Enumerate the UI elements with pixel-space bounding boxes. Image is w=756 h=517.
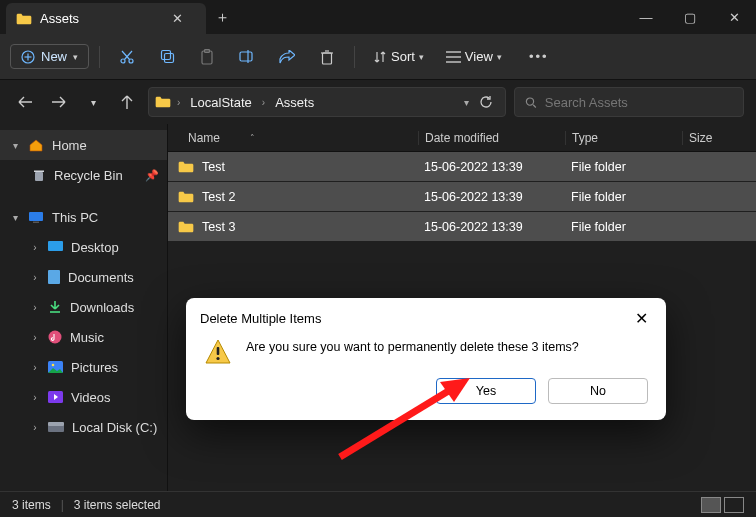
yes-button[interactable]: Yes	[436, 378, 536, 404]
rename-button[interactable]	[230, 42, 264, 72]
svg-rect-33	[48, 422, 64, 426]
search-input[interactable]	[545, 95, 733, 110]
column-date[interactable]: Date modified	[418, 131, 565, 145]
sidebar: ▾Home Recycle Bin📌 ▾This PC ›Desktop ›Do…	[0, 124, 168, 491]
close-window-button[interactable]: ✕	[712, 0, 756, 34]
file-type: File folder	[565, 220, 682, 234]
search-box[interactable]	[514, 87, 744, 117]
arrow-left-icon	[17, 95, 33, 109]
tab-title: Assets	[40, 11, 79, 26]
svg-rect-21	[35, 172, 43, 181]
folder-icon	[178, 221, 194, 233]
forward-button[interactable]	[46, 89, 72, 115]
svg-rect-32	[48, 425, 64, 432]
chevron-right-icon[interactable]: ›	[262, 97, 265, 108]
sidebar-item-documents[interactable]: ›Documents	[0, 262, 167, 292]
chevron-right-icon: ›	[30, 392, 40, 403]
chevron-right-icon: ›	[30, 302, 40, 313]
svg-rect-8	[161, 51, 170, 60]
sidebar-label: This PC	[52, 210, 98, 225]
chevron-right-icon: ›	[30, 332, 40, 343]
up-button[interactable]	[114, 89, 140, 115]
table-row[interactable]: Test 215-06-2022 13:39File folder	[168, 182, 756, 212]
svg-rect-25	[48, 241, 63, 251]
table-row[interactable]: Test15-06-2022 13:39File folder	[168, 152, 756, 182]
new-button-label: New	[41, 49, 67, 64]
svg-point-35	[216, 357, 219, 360]
status-bar: 3 items | 3 items selected	[0, 491, 756, 517]
svg-rect-26	[48, 270, 60, 284]
sidebar-item-desktop[interactable]: ›Desktop	[0, 232, 167, 262]
svg-point-30	[52, 364, 55, 367]
no-button[interactable]: No	[548, 378, 648, 404]
pin-icon: 📌	[145, 169, 159, 182]
column-size[interactable]: Size	[682, 131, 756, 145]
thumbnails-view-button[interactable]	[724, 497, 744, 513]
tab-close-button[interactable]: ✕	[168, 11, 186, 26]
dialog-close-button[interactable]: ✕	[631, 305, 652, 332]
toolbar-separator	[99, 46, 100, 68]
maximize-button[interactable]: ▢	[668, 0, 712, 34]
status-count: 3 items	[12, 498, 51, 512]
folder-icon	[16, 13, 32, 25]
sidebar-item-localdisk[interactable]: ›Local Disk (C:)	[0, 412, 167, 442]
chevron-down-icon: ▾	[73, 52, 78, 62]
sort-button[interactable]: Sort ▾	[365, 49, 432, 64]
column-type[interactable]: Type	[565, 131, 682, 145]
svg-rect-23	[29, 212, 43, 221]
sidebar-label: Downloads	[70, 300, 134, 315]
titlebar: Assets ✕ ＋ — ▢ ✕	[0, 0, 756, 34]
dialog-body: Are you sure you want to permanently del…	[186, 338, 666, 378]
chevron-right-icon: ›	[30, 242, 40, 253]
new-tab-button[interactable]: ＋	[206, 0, 238, 34]
minimize-button[interactable]: —	[624, 0, 668, 34]
warning-icon	[204, 338, 232, 366]
svg-rect-13	[323, 53, 332, 64]
delete-button[interactable]	[310, 42, 344, 72]
new-button[interactable]: New ▾	[10, 44, 89, 69]
recent-button[interactable]: ▾	[80, 89, 106, 115]
breadcrumb-assets[interactable]: Assets	[271, 93, 318, 112]
svg-point-28	[49, 331, 62, 344]
tab-assets[interactable]: Assets ✕	[6, 3, 206, 34]
details-view-button[interactable]	[701, 497, 721, 513]
refresh-icon[interactable]	[479, 95, 493, 109]
column-name[interactable]: Name˄	[168, 131, 418, 145]
copy-button[interactable]	[150, 42, 184, 72]
sidebar-item-recycle[interactable]: Recycle Bin📌	[0, 160, 167, 190]
cut-button[interactable]	[110, 42, 144, 72]
sidebar-item-downloads[interactable]: ›Downloads	[0, 292, 167, 322]
home-icon	[28, 138, 44, 152]
table-row[interactable]: Test 315-06-2022 13:39File folder	[168, 212, 756, 242]
sidebar-item-music[interactable]: ›Music	[0, 322, 167, 352]
status-selected: 3 items selected	[74, 498, 161, 512]
paste-button[interactable]	[190, 42, 224, 72]
sidebar-item-pictures[interactable]: ›Pictures	[0, 352, 167, 382]
share-button[interactable]	[270, 42, 304, 72]
sidebar-label: Local Disk (C:)	[72, 420, 157, 435]
column-name-label: Name	[188, 131, 220, 145]
view-toggle	[701, 497, 744, 513]
address-row: ▾ › LocalState › Assets ▾	[0, 80, 756, 124]
plus-circle-icon	[21, 50, 35, 64]
view-icon	[446, 51, 461, 63]
view-button[interactable]: View ▾	[438, 49, 510, 64]
sidebar-label: Recycle Bin	[54, 168, 123, 183]
chevron-down-icon[interactable]: ▾	[464, 97, 469, 108]
desktop-icon	[48, 241, 63, 253]
sidebar-item-thispc[interactable]: ▾This PC	[0, 202, 167, 232]
sidebar-item-home[interactable]: ▾Home	[0, 130, 167, 160]
file-type: File folder	[565, 190, 682, 204]
window-controls: — ▢ ✕	[624, 0, 756, 34]
back-button[interactable]	[12, 89, 38, 115]
sort-label: Sort	[391, 49, 415, 64]
address-bar[interactable]: › LocalState › Assets ▾	[148, 87, 506, 117]
video-icon	[48, 391, 63, 403]
sort-asc-icon: ˄	[250, 133, 255, 143]
sidebar-label: Home	[52, 138, 87, 153]
breadcrumb-localstate[interactable]: LocalState	[186, 93, 255, 112]
more-button[interactable]: •••	[522, 42, 556, 72]
chevron-right-icon[interactable]: ›	[177, 97, 180, 108]
svg-point-4	[129, 59, 133, 63]
sidebar-item-videos[interactable]: ›Videos	[0, 382, 167, 412]
